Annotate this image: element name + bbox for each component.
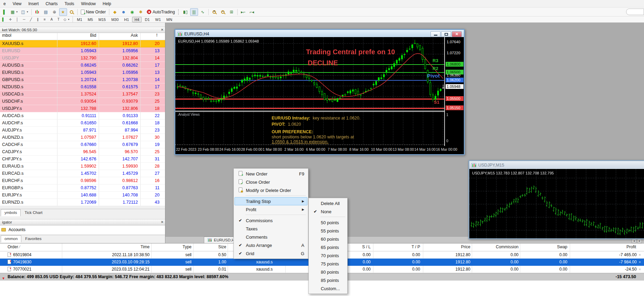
- close-position-icon[interactable]: ×: [639, 260, 641, 264]
- timeframe-m5[interactable]: M5: [85, 17, 95, 22]
- menu-item-custom[interactable]: Custom...: [309, 284, 347, 293]
- column-spread[interactable]: !: [140, 33, 157, 40]
- menu-item-auto-arrange[interactable]: ✔Auto ArrangeA: [234, 241, 307, 249]
- clipped-icon[interactable]: ▌: [1, 8, 9, 16]
- terminal-column-order[interactable]: Order ∕: [8, 243, 59, 251]
- market-watch-row-eurchf-s[interactable]: EURCHF.s0.985960.9861216: [0, 177, 165, 184]
- market-watch-row-eurgbp-s[interactable]: EURGBP.s0.877520.8776311: [0, 184, 165, 192]
- clipped-tool-icon[interactable]: ▌: [0, 17, 7, 22]
- menu-item-profit[interactable]: Profit▶: [234, 205, 307, 214]
- menu-item-none[interactable]: ✔None: [309, 207, 347, 216]
- terminal-column-swap[interactable]: Swap: [521, 243, 567, 251]
- market-watch-toggle[interactable]: [33, 8, 41, 16]
- market-watch-row-usdjpy-s[interactable]: USDJPY.s132.788132.80618: [0, 105, 165, 112]
- navigator-toggle[interactable]: ⊕: [51, 8, 58, 16]
- maximize-button[interactable]: [441, 31, 451, 37]
- menu-item-taxes[interactable]: Taxes: [234, 225, 307, 233]
- menu-item-close-order[interactable]: ✓Close Order: [234, 178, 307, 186]
- indicators-button[interactable]: ◆: [111, 8, 119, 16]
- menu-item-trailing-stop[interactable]: Trailing Stop▶: [234, 197, 307, 205]
- market-watch-row-usdchf-s[interactable]: USDCHF.s0.930540.9307925: [0, 98, 165, 105]
- menu-item-55-points[interactable]: 55 points: [309, 227, 347, 235]
- zoom-out-button[interactable]: −: [219, 8, 227, 16]
- menu-insert[interactable]: Insert: [25, 0, 42, 7]
- timeframe-h4[interactable]: H4: [132, 17, 142, 22]
- terminal-toggle[interactable]: ★: [59, 8, 67, 16]
- market-watch-row-audjpy-s[interactable]: AUDJPY.s87.97187.99423: [0, 127, 165, 134]
- menu-item-70-points[interactable]: 70 points: [309, 251, 347, 260]
- market-watch-row-nzdusd-s[interactable]: NZDUSD.s0.615580.6157517: [0, 83, 165, 91]
- new-chart-button[interactable]: ▦▾: [9, 8, 19, 16]
- menu-item-65-points[interactable]: 65 points: [309, 243, 347, 251]
- timeframe-w1[interactable]: W1: [153, 17, 163, 22]
- timeframe-mn[interactable]: MN: [164, 17, 175, 22]
- market-watch-row-audnzd-s[interactable]: AUDNZD.s1.075971.0762730: [0, 134, 165, 141]
- timeframe-d1[interactable]: D1: [142, 17, 152, 22]
- minimize-button[interactable]: [430, 31, 440, 37]
- menu-item-new-order[interactable]: +New OrderF9: [234, 170, 307, 178]
- label-tool[interactable]: T: [55, 17, 62, 22]
- terminal-column-time[interactable]: Time: [64, 243, 150, 251]
- terminal-column-tp[interactable]: T / P: [375, 243, 420, 251]
- market-watch-row-eurusd-s[interactable]: EURUSD.s1.059431.0595613: [0, 69, 165, 76]
- menu-window[interactable]: Window: [78, 0, 99, 7]
- market-watch-row-cadjpy-s[interactable]: CADJPY.s96.54596.57025: [0, 148, 165, 156]
- market-watch-close-icon[interactable]: ✕: [161, 28, 164, 32]
- line-chart-view-button[interactable]: ∿: [199, 8, 207, 16]
- market-watch-row-audcad-s[interactable]: AUDCAD.s0.911110.9113322: [0, 112, 165, 119]
- search-input[interactable]: [626, 9, 644, 15]
- column-bid[interactable]: Bid: [57, 33, 96, 40]
- tab-ommon[interactable]: ommon: [1, 235, 21, 242]
- menu-item-comments[interactable]: Comments: [234, 233, 307, 241]
- navigator-close-icon[interactable]: ✕: [161, 220, 164, 224]
- terminal-column-commission[interactable]: Commission: [473, 243, 519, 251]
- menu-charts[interactable]: Charts: [42, 0, 61, 7]
- close-button[interactable]: ✕: [452, 31, 462, 37]
- menu-item-60-points[interactable]: 60 points: [309, 235, 347, 243]
- ea-settings-button[interactable]: ✱: [137, 8, 145, 16]
- signals-button[interactable]: ◉: [128, 8, 136, 16]
- terminal-column-type[interactable]: Type: [153, 243, 192, 251]
- crosshair-tool[interactable]: ✛: [7, 17, 13, 22]
- market-watch-row-cadchf-s[interactable]: CADCHF.s0.676600.6767919: [0, 141, 165, 148]
- market-watch-row-audusd-s[interactable]: AUDUSD.s0.662450.6626217: [0, 62, 165, 69]
- channel-tool[interactable]: ∥: [35, 17, 41, 22]
- autotrading-button[interactable]: AutoTrading: [145, 8, 176, 16]
- menu-item-50-points[interactable]: 50 points: [309, 218, 347, 227]
- close-position-icon[interactable]: ×: [639, 253, 641, 257]
- new-order-button[interactable]: +New Order: [79, 8, 107, 16]
- chart-shift-button[interactable]: ⌐◂: [248, 8, 256, 16]
- terminal-column-profit[interactable]: Profit: [571, 243, 636, 251]
- timeframe-m15[interactable]: M15: [96, 17, 108, 22]
- menu-item-85-points[interactable]: 85 points: [309, 276, 347, 284]
- auto-scroll-button[interactable]: ▸⌐: [239, 8, 247, 16]
- menu-tools[interactable]: Tools: [61, 0, 78, 7]
- column-ask[interactable]: Ask: [99, 33, 138, 40]
- market-watch-row-audchf-s[interactable]: AUDCHF.s0.616500.6166818: [0, 119, 165, 127]
- profiles-button[interactable]: ◫▾: [20, 8, 29, 16]
- market-watch-row-gbpusd-s[interactable]: GBPUSD.s1.207241.2073814: [0, 76, 165, 83]
- trendline-tool[interactable]: ╱: [28, 17, 34, 22]
- timeframe-m30[interactable]: M30: [109, 17, 121, 22]
- market-watch-row-eurjpy-s[interactable]: EURJPY.s140.688140.70820: [0, 192, 165, 199]
- text-tool[interactable]: A: [48, 17, 55, 22]
- bars-view-button[interactable]: |||: [190, 8, 198, 16]
- navigator-item-accounts[interactable]: Accounts: [0, 226, 165, 234]
- horizontal-line-tool[interactable]: ─: [21, 17, 27, 22]
- market-watch-row-euraud-s[interactable]: EURAUD.s1.599021.5993028: [0, 163, 165, 170]
- tile-windows-button[interactable]: ⊞: [228, 8, 236, 16]
- shapes-tool[interactable]: ◇▾: [62, 17, 71, 22]
- menu-view[interactable]: View: [9, 0, 25, 7]
- vertical-line-tool[interactable]: │: [14, 17, 20, 22]
- menu-item-80-points[interactable]: 80 points: [309, 268, 347, 276]
- close-position-icon[interactable]: ×: [639, 267, 641, 271]
- market-watch-row-eurcad-s[interactable]: EURCAD.s1.457021.4572927: [0, 170, 165, 177]
- market-watch-row-xauusd-s[interactable]: XAUUSD.s1912.601912.8020: [0, 40, 165, 47]
- tab-favorites[interactable]: Favorites: [21, 235, 45, 242]
- column-symbol[interactable]: mbol: [2, 33, 54, 40]
- candles-view-button[interactable]: ▮▯: [182, 8, 189, 16]
- menu-e[interactable]: e: [0, 0, 9, 7]
- terminal-column-price[interactable]: Price: [425, 243, 470, 251]
- fibonacci-tool[interactable]: ≡: [42, 17, 48, 22]
- market-watch-row-eurnzd-s[interactable]: EURNZD.s1.720691.7211243: [0, 199, 165, 206]
